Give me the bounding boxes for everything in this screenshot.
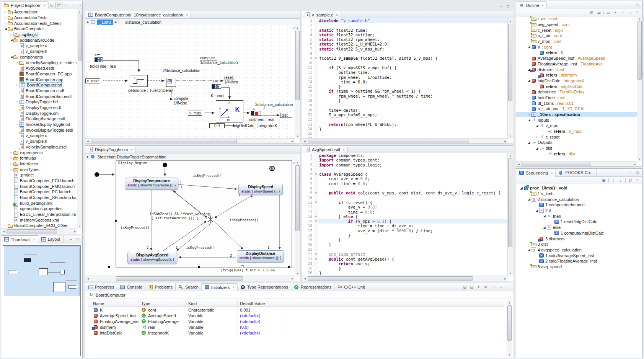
expand-arrow-icon[interactable]: ▷ [3,22,8,25]
bd-vscrollbar[interactable]: ▲▼ [295,25,300,139]
project-explorer-hscrollbar[interactable]: ◀▶ [1,228,77,234]
code-line[interactable]: 13 time = 0.0; [302,210,508,214]
cell-default-value[interactable]: (<default>) [238,313,287,318]
code-line[interactable]: 20 } [302,243,508,247]
new-seq-icon[interactable]: ⊞ [600,177,607,184]
sequencing-item[interactable]: ◢else [516,225,642,230]
tab-outline[interactable]: Outline × [516,1,547,9]
table-row[interactable]: distmemrealVariable(0.0) [88,324,504,330]
maximize-icon[interactable]: □ [505,3,512,10]
history-state[interactable]: H [269,166,275,171]
maximize-icon[interactable]: □ [634,2,641,8]
cell-default-value[interactable]: 0.001 [238,307,287,313]
code-line[interactable]: 5static float32 rpm_wheel; [302,37,508,42]
breadcrumb-10ms[interactable]: _10ms [97,20,113,25]
cell-default-value[interactable]: (<default>) [238,318,287,324]
project-explorer-item[interactable]: memorySections.xml [1,217,77,223]
expand-arrow-icon[interactable]: ▷ [3,224,8,227]
add-icon[interactable]: + [475,284,482,290]
code-line[interactable]: 10 [302,61,508,65]
sequencing-item[interactable]: ◢then [516,213,642,219]
code-line[interactable]: 20 time+=deltaT; [302,108,508,113]
c-vscrollbar[interactable]: ▲▼ [507,18,513,139]
close-icon[interactable]: × [551,171,553,175]
collapse-arrow-icon[interactable]: ◢ [535,124,539,127]
collapse-arrow-icon[interactable]: ◢ [527,197,531,201]
down-icon[interactable]: ↓ [627,10,634,16]
k-switch[interactable] [212,84,221,89]
tab-console[interactable]: Console [117,283,145,291]
collapse-arrow-icon[interactable]: ◢ [9,55,13,59]
view-menu-icon[interactable]: ▽ [634,10,641,16]
code-line[interactable]: 2import common.types.cont; [302,158,508,162]
outline-item[interactable]: ▷_10ms : specification [516,112,637,117]
view-menu-icon[interactable]: ▽ [634,177,641,184]
fold-marker-icon[interactable]: ⊖ [314,252,318,256]
table-row[interactable]: intgDistCalcIntegratorKVariable(<default… [88,330,504,336]
expand-arrow-icon[interactable]: ▷ [9,33,13,36]
close-icon[interactable]: × [43,3,45,7]
sequencing-item[interactable]: 3 dist [516,242,642,247]
sequencing-item[interactable]: 3 distmem [516,236,642,242]
win-plus-icon[interactable]: ⊞ [461,284,468,290]
table-row[interactable]: KcontCharacteristic0.001 [88,307,504,313]
tab-thumbnail[interactable]: Thumbnail × [1,235,38,243]
tab-project-explorer[interactable]: Project Explorer × [1,1,49,9]
sequencing-item[interactable]: ◢proc_10ms() : void [516,185,642,191]
code-line[interactable]: 10 [302,196,508,200]
distmem-switch[interactable] [251,111,261,116]
debounce-block[interactable]: T [130,75,148,87]
breadcrumb-statechart[interactable]: Statechart DisplayToggleStatemachine [97,155,166,159]
maximize-icon[interactable]: □ [505,284,512,290]
sequencing-item[interactable]: 1 compute/debounce [516,202,642,208]
project-explorer-item[interactable]: ▷InvokeDisplayToggle.bd [1,122,77,127]
integrator-block[interactable]: K K IV [216,100,243,122]
code-line[interactable]: 12 ave_v = 0.0; [302,205,508,209]
c-code-area[interactable]: 1#include "v_sample.h"23static float32 t… [302,18,508,139]
constant-block[interactable]: 0.0 [209,123,225,128]
sequencing-item[interactable]: 1 v_kmh [516,191,642,197]
close-icon[interactable]: × [186,13,188,17]
project-explorer-item[interactable]: AvgSpeed.esdl [1,65,77,71]
expand-arrow-icon[interactable]: ▷ [527,113,531,116]
view-menu-icon[interactable]: ▽ [62,2,69,8]
code-line[interactable]: 6static float32 L_U_WHEEL=2.0; [302,42,508,46]
tab-boardcomputer-bd[interactable]: BoardComputer.bd/_10ms/distance_calculat… [85,11,191,18]
code-line[interactable]: 1#include "v_sample.h" [302,18,508,23]
outline-item[interactable]: u_t_air_cur : T_1D_REAL [516,106,637,112]
expand-arrow-icon[interactable]: ▷ [527,90,531,93]
code-line[interactable]: 24} [302,127,508,131]
code-line[interactable]: 18 } [302,98,508,103]
code-line[interactable]: 15 } [302,84,508,89]
code-line[interactable]: 3import common.types.logic; [302,163,508,167]
sequencing-item[interactable]: 1 reset/intgDistCalc [516,219,642,225]
fold-marker-icon[interactable]: ⊖ [314,56,318,60]
outline-item[interactable]: refers : intgDistCalc [516,83,637,89]
close-icon[interactable]: × [33,238,35,242]
tab-sequencing[interactable]: Sequencing × [516,169,556,177]
collapse-arrow-icon[interactable]: ◢ [527,79,531,82]
bottom-vscrollbar[interactable]: ▲▼ [507,300,512,357]
project-explorer-item[interactable]: ▷BoardComputer_ECU_CGen [1,223,77,228]
collapse-arrow-icon[interactable]: ◢ [527,248,531,251]
code-line[interactable]: 8 [302,186,508,191]
code-line[interactable]: 9⊖ public void calc(cont v_mps, cont dis… [302,191,508,195]
project-explorer-item[interactable]: ▷DisplayToggle.bd [1,99,77,105]
outline-item[interactable]: dt_10ms : real 0.01 [516,100,637,106]
outline-item[interactable]: ▷debounce : TurnOnDelay [516,89,637,95]
column-header-name[interactable]: Name [88,300,139,307]
up-icon[interactable]: ↑ [610,177,617,184]
project-explorer-item[interactable]: InvokeDisplayToggle.esdl [1,127,77,133]
sequencing-item[interactable]: 5 avg_speed [516,264,642,270]
sequencing-item[interactable]: 2 calc/FloatingAverage_inst [516,258,642,264]
sequencing-item[interactable]: 1 calc/AverageSpeed_inst [516,253,642,258]
code-line[interactable]: 25 } [302,266,508,271]
collapse-arrow-icon[interactable]: ◢ [3,27,8,31]
outline-item[interactable]: AverageSpeed_inst : AverageSpeed [516,55,637,61]
table-row[interactable]: AverageSpeed_instAverageSpeedVariable(<d… [88,313,504,318]
code-line[interactable]: 1package components; [302,153,508,158]
breadcrumb-distance-calculation[interactable]: distance_calculation [125,20,161,24]
outline-hscrollbar[interactable]: ◀▶ [516,161,637,166]
cell-default-value[interactable]: (0.0) [238,324,287,330]
outline-item[interactable]: ◢dist [516,145,637,151]
